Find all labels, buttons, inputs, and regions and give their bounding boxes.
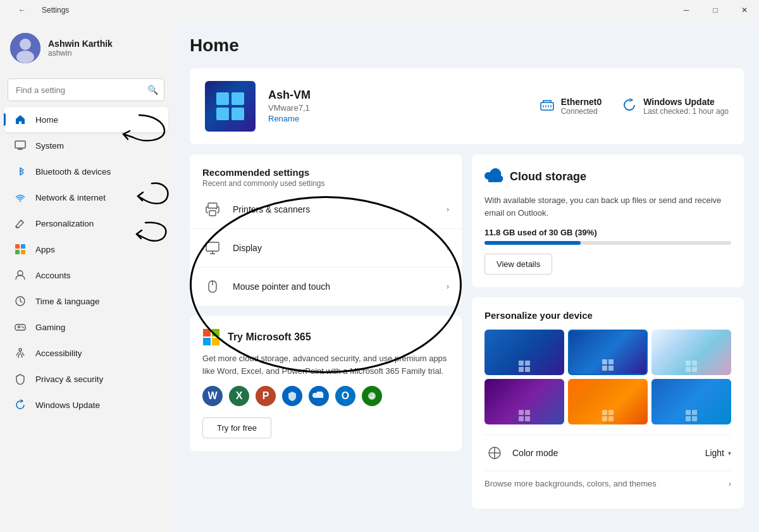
- wallpaper-6[interactable]: [651, 379, 731, 424]
- sidebar-item-accessibility[interactable]: Accessibility: [4, 340, 168, 366]
- m365-title: Try Microsoft 365: [228, 331, 311, 343]
- close-button[interactable]: ✕: [730, 0, 759, 20]
- printers-label: Printers & scanners: [233, 204, 447, 214]
- wallpaper-1[interactable]: [484, 330, 564, 375]
- system-thumbnail: [205, 81, 256, 132]
- sidebar-item-personalization-label: Personalization: [35, 219, 94, 228]
- titlebar: ← Settings ─ □ ✕: [0, 0, 759, 20]
- home-icon: [14, 113, 27, 126]
- printers-chevron: ›: [447, 205, 449, 214]
- personalize-title: Personalize your device: [484, 310, 731, 321]
- sidebar-item-personalization[interactable]: Personalization: [4, 211, 168, 236]
- svg-rect-36: [608, 366, 614, 371]
- printers-icon: [202, 199, 223, 220]
- search-box: 🔍: [8, 78, 164, 101]
- svg-rect-3: [15, 141, 25, 148]
- rename-link[interactable]: Rename: [268, 114, 299, 123]
- profile-info: Ashwin Karthik ashwin: [48, 39, 113, 58]
- system-status: Ethernet0 Connected Windows Update Last …: [540, 97, 729, 116]
- avatar-image: [10, 33, 40, 63]
- svg-rect-24: [206, 242, 219, 251]
- svg-rect-25: [203, 329, 211, 337]
- search-input[interactable]: [8, 78, 164, 101]
- cloud-desc: With available storage, you can back up …: [484, 194, 731, 219]
- svg-rect-18: [216, 108, 229, 120]
- svg-point-23: [216, 208, 217, 209]
- sidebar-item-gaming[interactable]: Gaming: [4, 314, 168, 340]
- excel-icon: X: [229, 386, 249, 406]
- m365-card: Try Microsoft 365 Get more cloud storage…: [190, 316, 462, 451]
- sidebar-item-apps[interactable]: Apps: [4, 237, 168, 262]
- wallpaper-3[interactable]: [651, 330, 731, 375]
- minimize-button[interactable]: ─: [672, 0, 701, 20]
- sidebar-item-time[interactable]: Time & language: [4, 288, 168, 314]
- svg-rect-45: [602, 410, 607, 415]
- sidebar-item-update-label: Windows Update: [35, 400, 100, 410]
- sidebar-profile[interactable]: Ashwin Karthik ashwin: [0, 25, 172, 71]
- display-icon: [202, 238, 223, 258]
- accessibility-icon: [14, 347, 27, 359]
- svg-rect-51: [686, 416, 691, 421]
- windows-update-sub: Last checked: 1 hour ago: [643, 107, 729, 116]
- system-vmware: VMware7,1: [268, 103, 527, 113]
- recommended-subtitle: Recent and commonly used settings: [202, 179, 449, 188]
- maximize-button[interactable]: □: [701, 0, 730, 20]
- try-free-button[interactable]: Try for free: [202, 418, 271, 438]
- cloud-title: Cloud storage: [510, 170, 586, 183]
- color-mode-icon: [484, 443, 505, 463]
- defender-icon: [282, 386, 302, 406]
- svg-rect-7: [15, 250, 20, 254]
- svg-rect-48: [608, 416, 614, 421]
- windows-update-status: Windows Update Last checked: 1 hour ago: [622, 97, 729, 116]
- recommended-card: Recommended settings Recent and commonly…: [190, 154, 462, 306]
- svg-rect-38: [692, 361, 697, 366]
- svg-rect-50: [692, 410, 697, 415]
- m365-desc: Get more cloud storage, advanced securit…: [202, 352, 449, 377]
- titlebar-title: Settings: [42, 6, 69, 15]
- svg-rect-29: [519, 361, 524, 366]
- sidebar-item-system[interactable]: System: [4, 133, 168, 158]
- sidebar-item-privacy[interactable]: Privacy & security: [4, 366, 168, 392]
- two-col-layout: Recommended settings Recent and commonly…: [190, 154, 744, 519]
- storage-bar-fill: [484, 241, 581, 245]
- sidebar-item-network-label: Network & internet: [35, 193, 106, 202]
- search-icon: 🔍: [147, 85, 158, 95]
- apps-icon: [14, 243, 27, 256]
- sidebar-item-bluetooth-label: Bluetooth & devices: [35, 167, 111, 176]
- back-button[interactable]: ←: [8, 0, 37, 20]
- mouse-item[interactable]: Mouse pointer and touch ›: [190, 268, 462, 306]
- svg-rect-47: [602, 416, 607, 421]
- printers-scanners-item[interactable]: Printers & scanners ›: [190, 190, 462, 229]
- sidebar-item-apps-label: Apps: [35, 245, 55, 254]
- wallpaper-4[interactable]: [484, 379, 564, 424]
- sidebar-item-bluetooth[interactable]: Bluetooth & devices: [4, 159, 168, 184]
- storage-bar-background: [484, 241, 731, 245]
- system-card: Ash-VM VMware7,1 Rename Ethernet0: [190, 68, 744, 144]
- color-mode-value: Light: [705, 448, 724, 458]
- mouse-chevron: ›: [447, 282, 449, 291]
- display-item[interactable]: Display ›: [190, 229, 462, 268]
- m365-app-icons: W X P: [202, 386, 449, 406]
- sidebar-item-accounts[interactable]: Accounts: [4, 263, 168, 288]
- sidebar-item-network[interactable]: Network & internet: [4, 185, 168, 210]
- sidebar-item-home[interactable]: Home: [4, 107, 168, 132]
- browse-row[interactable]: Browse more backgrounds, colors, and the…: [484, 471, 731, 496]
- wallpaper-2[interactable]: [568, 330, 648, 375]
- view-details-button[interactable]: View details: [484, 254, 552, 275]
- ethernet-status: Ethernet0 Connected: [540, 97, 602, 116]
- sidebar-item-update[interactable]: Windows Update: [4, 392, 168, 418]
- svg-rect-49: [686, 410, 691, 415]
- privacy-icon: [14, 373, 27, 385]
- svg-rect-16: [216, 92, 229, 105]
- avatar: [10, 33, 40, 63]
- mouse-label: Mouse pointer and touch: [233, 281, 447, 292]
- color-mode-select[interactable]: Light ▾: [705, 448, 731, 458]
- personalization-icon: [14, 217, 27, 230]
- chevron-down-icon: ▾: [728, 450, 731, 457]
- profile-name: Ashwin Karthik: [48, 39, 113, 49]
- svg-rect-20: [541, 102, 553, 110]
- right-column: Cloud storage With available storage, yo…: [472, 154, 744, 519]
- browse-label: Browse more backgrounds, colors, and the…: [484, 479, 729, 488]
- wallpaper-5[interactable]: [568, 379, 648, 424]
- browse-chevron-icon: ›: [729, 479, 731, 488]
